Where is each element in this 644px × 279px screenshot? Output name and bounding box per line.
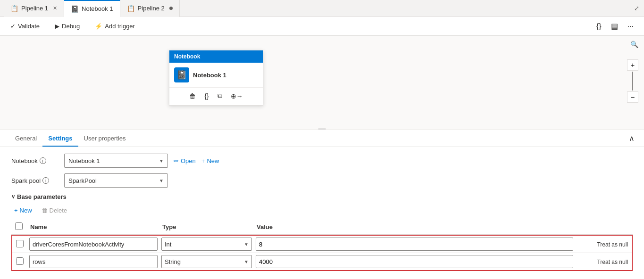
delete-param-label: Delete [50, 207, 67, 214]
new-label: New [207, 157, 219, 164]
col-header-type: Type [159, 220, 253, 235]
table-row: Int ▼ Treat as null [12, 236, 632, 253]
tab-notebook1[interactable]: 📓 Notebook 1 [64, 0, 120, 17]
tab-user-properties[interactable]: User properties [78, 131, 132, 147]
row2-treat-null[interactable]: Treat as null [597, 259, 628, 265]
zoom-in-button[interactable]: + [627, 59, 638, 71]
notebook-select-value: Notebook 1 [68, 157, 100, 164]
open-icon: ✏ [174, 157, 179, 164]
settings-content: Notebook i Notebook 1 ▼ ✏ Open + New Spa… [0, 147, 644, 278]
row2-type-value: String [165, 258, 181, 265]
highlighted-params-container: Int ▼ Treat as null [11, 235, 633, 271]
row1-checkbox[interactable] [16, 240, 24, 247]
row1-type-chevron-icon: ▼ [244, 242, 249, 247]
delete-param-button[interactable]: 🗑 Delete [39, 205, 70, 216]
row1-treat-null[interactable]: Treat as null [597, 241, 628, 248]
row2-checkbox-cell [12, 253, 27, 271]
tab-pipeline1-label: Pipeline 1 [21, 5, 48, 12]
prop-tabs: General Settings User properties ∧ [0, 130, 644, 147]
row2-value-input[interactable] [256, 255, 573, 268]
open-notebook-button[interactable]: ✏ Open [174, 157, 196, 164]
validate-icon: ✓ [10, 23, 16, 30]
node-tooltip: Notebook 📓 Notebook 1 🗑 {} ⧉ ⊕→ [169, 50, 263, 106]
tab-settings[interactable]: Settings [42, 131, 78, 147]
spark-pool-select[interactable]: SparkPool ▼ [64, 173, 168, 188]
open-label: Open [181, 157, 196, 164]
select-all-checkbox[interactable] [15, 222, 23, 230]
row1-checkbox-cell [12, 236, 27, 253]
node-tooltip-title: Notebook [174, 53, 200, 60]
params-highlighted-table: Int ▼ Treat as null [12, 236, 632, 270]
unsaved-dot [169, 7, 173, 10]
row1-type-select[interactable]: Int ▼ [161, 238, 252, 251]
connect-node-button[interactable]: ⊕→ [229, 91, 244, 101]
close-icon[interactable]: ✕ [53, 5, 57, 11]
zoom-controls: + − [627, 59, 638, 103]
spark-pool-chevron-icon: ▼ [159, 178, 164, 183]
tab-pipeline2-label: Pipeline 2 [138, 5, 165, 12]
validate-label: Validate [18, 23, 40, 30]
node-name: Notebook 1 [193, 72, 226, 79]
new-param-button[interactable]: + New [11, 205, 35, 216]
more-button[interactable]: ··· [625, 20, 636, 33]
row1-name-cell [27, 236, 159, 253]
row1-value-input[interactable] [256, 238, 573, 251]
debug-icon: ▶ [55, 23, 59, 30]
notebook-label: Notebook i [11, 157, 59, 164]
base-params-section[interactable]: ∨ Base parameters [11, 193, 633, 200]
add-trigger-button[interactable]: ⚡ Add trigger [92, 21, 138, 32]
tab-bar: 📋 Pipeline 1 ✕ 📓 Notebook 1 📋 Pipeline 2… [0, 0, 644, 17]
expand-icon[interactable]: ⤢ [634, 5, 639, 12]
tab-notebook1-label: Notebook 1 [82, 5, 113, 12]
col-header-checkbox [11, 220, 26, 235]
col-header-null [576, 220, 633, 235]
notebook-node-icon: 📓 [174, 67, 189, 82]
validate-button[interactable]: ✓ Validate [8, 21, 42, 32]
collapse-button[interactable]: ∧ [629, 134, 635, 143]
notebook-select[interactable]: Notebook 1 ▼ [64, 154, 168, 168]
row2-type-cell: String ▼ [159, 253, 254, 271]
new-notebook-button[interactable]: + New [201, 157, 219, 164]
copy-node-button[interactable]: ⧉ [216, 90, 224, 101]
pipeline-icon: 📋 [10, 5, 18, 12]
tab-pipeline2[interactable]: 📋 Pipeline 2 [120, 0, 180, 17]
params-header-row: Name Type Value [11, 220, 633, 235]
delete-node-button[interactable]: 🗑 [188, 91, 197, 101]
row1-type-value: Int [165, 241, 171, 248]
row2-name-input[interactable] [29, 255, 158, 268]
base-params-label: Base parameters [17, 193, 67, 200]
tab-general[interactable]: General [9, 131, 42, 147]
node-tooltip-actions: 🗑 {} ⧉ ⊕→ [169, 87, 263, 105]
param-toolbar: + New 🗑 Delete [11, 205, 633, 216]
debug-button[interactable]: ▶ Debug [52, 21, 83, 32]
notebook-icon: 📓 [71, 5, 79, 13]
notebook-info-icon[interactable]: i [40, 157, 46, 164]
new-param-label: New [20, 207, 32, 214]
spark-pool-value: SparkPool [68, 177, 97, 184]
tab-pipeline1[interactable]: 📋 Pipeline 1 ✕ [4, 0, 64, 17]
tab-settings-label: Settings [48, 135, 72, 142]
row1-name-input[interactable] [29, 238, 158, 251]
code-button[interactable]: {} [594, 20, 604, 33]
template-button[interactable]: ▤ [608, 20, 621, 33]
new-param-plus-icon: + [14, 207, 18, 214]
debug-label: Debug [62, 23, 80, 30]
row1-type-cell: Int ▼ [159, 236, 254, 253]
delete-param-icon: 🗑 [42, 207, 48, 214]
zoom-out-button[interactable]: − [627, 91, 638, 103]
table-row: String ▼ Treat as null [12, 253, 632, 271]
col-header-value: Value [253, 220, 576, 235]
row2-type-select[interactable]: String ▼ [161, 255, 252, 268]
pipeline2-icon: 📋 [127, 5, 135, 12]
properties-panel: General Settings User properties ∧ Noteb… [0, 130, 644, 279]
code-node-button[interactable]: {} [203, 91, 210, 101]
trigger-icon: ⚡ [95, 23, 102, 30]
toolbar-right: {} ▤ ··· [594, 20, 636, 33]
search-button[interactable]: 🔍 [630, 41, 638, 48]
notebook-row: Notebook i Notebook 1 ▼ ✏ Open + New [11, 154, 633, 168]
row2-null-cell: Treat as null [575, 253, 632, 271]
row2-checkbox[interactable] [16, 257, 24, 265]
tab-user-properties-label: User properties [84, 135, 126, 142]
tab-general-label: General [15, 135, 37, 142]
spark-pool-info-icon[interactable]: i [42, 177, 49, 184]
